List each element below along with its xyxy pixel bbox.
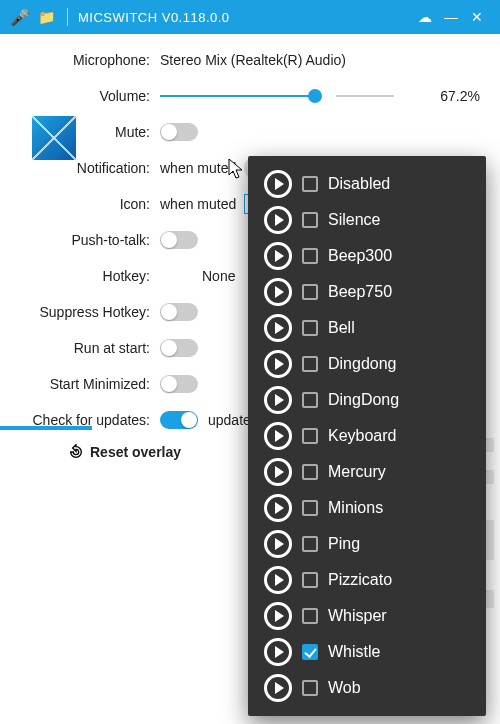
suppress-toggle[interactable] (160, 303, 198, 321)
sound-label: Keyboard (328, 427, 397, 445)
sound-label: Whisper (328, 607, 387, 625)
sound-option[interactable]: Mercury (248, 454, 486, 490)
sound-checkbox[interactable] (302, 212, 318, 228)
sound-option[interactable]: Beep300 (248, 238, 486, 274)
sound-label: Beep300 (328, 247, 392, 265)
notification-label: Notification: (20, 160, 160, 176)
sound-checkbox[interactable] (302, 680, 318, 696)
volume-slider[interactable] (160, 95, 316, 97)
play-icon[interactable] (264, 674, 292, 702)
play-icon[interactable] (264, 278, 292, 306)
sound-checkbox[interactable] (302, 392, 318, 408)
sound-label: Disabled (328, 175, 390, 193)
separator (67, 8, 68, 26)
sound-option[interactable]: Pizzicato (248, 562, 486, 598)
titlebar: 🎤 📁 MICSWITCH V0.118.0.0 ☁ — ✕ (0, 0, 500, 34)
sound-option[interactable]: Dingdong (248, 346, 486, 382)
sound-checkbox[interactable] (302, 320, 318, 336)
sound-label: Wob (328, 679, 361, 697)
sound-checkbox[interactable] (302, 464, 318, 480)
sound-label: DingDong (328, 391, 399, 409)
ptt-toggle[interactable] (160, 231, 198, 249)
play-icon[interactable] (264, 350, 292, 378)
start-min-label: Start Minimized: (20, 376, 160, 392)
play-icon[interactable] (264, 602, 292, 630)
sound-option[interactable]: Silence (248, 202, 486, 238)
sound-option[interactable]: Minions (248, 490, 486, 526)
sound-checkbox[interactable] (302, 176, 318, 192)
play-icon[interactable] (264, 206, 292, 234)
close-button[interactable]: ✕ (464, 9, 490, 25)
play-icon[interactable] (264, 314, 292, 342)
run-at-start-toggle[interactable] (160, 339, 198, 357)
sound-dropdown: DisabledSilenceBeep300Beep750BellDingdon… (248, 156, 486, 716)
play-icon[interactable] (264, 458, 292, 486)
slider-thumb[interactable] (308, 89, 322, 103)
play-icon[interactable] (264, 242, 292, 270)
sound-checkbox[interactable] (302, 500, 318, 516)
mute-toggle[interactable] (160, 123, 198, 141)
microphone-value[interactable]: Stereo Mix (Realtek(R) Audio) (160, 52, 480, 68)
sound-checkbox[interactable] (302, 572, 318, 588)
sound-label: Mercury (328, 463, 386, 481)
sound-checkbox[interactable] (302, 356, 318, 372)
sound-option[interactable]: Bell (248, 310, 486, 346)
start-min-toggle[interactable] (160, 375, 198, 393)
sound-label: Whistle (328, 643, 380, 661)
sound-checkbox[interactable] (302, 608, 318, 624)
app-title: MICSWITCH V0.118.0.0 (78, 10, 230, 25)
sound-option[interactable]: Disabled (248, 166, 486, 202)
sound-option[interactable]: Ping (248, 526, 486, 562)
sound-option[interactable]: Wob (248, 670, 486, 706)
play-icon[interactable] (264, 494, 292, 522)
sound-option[interactable]: Keyboard (248, 418, 486, 454)
sound-checkbox[interactable] (302, 248, 318, 264)
microphone-label: Microphone: (20, 52, 160, 68)
sound-label: Beep750 (328, 283, 392, 301)
sound-label: Minions (328, 499, 383, 517)
sound-label: Pizzicato (328, 571, 392, 589)
sound-checkbox[interactable] (302, 284, 318, 300)
play-icon[interactable] (264, 422, 292, 450)
play-icon[interactable] (264, 530, 292, 558)
folder-icon[interactable]: 📁 (38, 9, 55, 25)
updates-toggle[interactable] (160, 411, 198, 429)
sound-option[interactable]: Whistle (248, 634, 486, 670)
sound-option[interactable]: Whisper (248, 598, 486, 634)
hotkey-label: Hotkey: (20, 268, 160, 284)
sound-label: Dingdong (328, 355, 397, 373)
minimize-button[interactable]: — (438, 9, 464, 25)
sound-label: Bell (328, 319, 355, 337)
suppress-label: Suppress Hotkey: (20, 304, 160, 320)
play-icon[interactable] (264, 638, 292, 666)
notification-muted-text: when muted (160, 160, 236, 176)
sound-label: Ping (328, 535, 360, 553)
volume-label: Volume: (20, 88, 160, 104)
play-icon[interactable] (264, 386, 292, 414)
play-icon[interactable] (264, 566, 292, 594)
sound-option[interactable]: Beep750 (248, 274, 486, 310)
sound-checkbox[interactable] (302, 644, 318, 660)
icon-label: Icon: (20, 196, 160, 212)
ptt-label: Push-to-talk: (20, 232, 160, 248)
app-logo (32, 116, 76, 160)
sound-checkbox[interactable] (302, 428, 318, 444)
volume-percent: 67.2% (406, 88, 480, 104)
mic-icon: 🎤 (10, 8, 30, 27)
cloud-icon[interactable]: ☁ (412, 9, 438, 25)
sound-checkbox[interactable] (302, 536, 318, 552)
run-at-start-label: Run at start: (20, 340, 160, 356)
play-icon[interactable] (264, 170, 292, 198)
icon-muted-text: when muted (160, 196, 236, 212)
sound-option[interactable]: DingDong (248, 382, 486, 418)
sound-label: Silence (328, 211, 380, 229)
